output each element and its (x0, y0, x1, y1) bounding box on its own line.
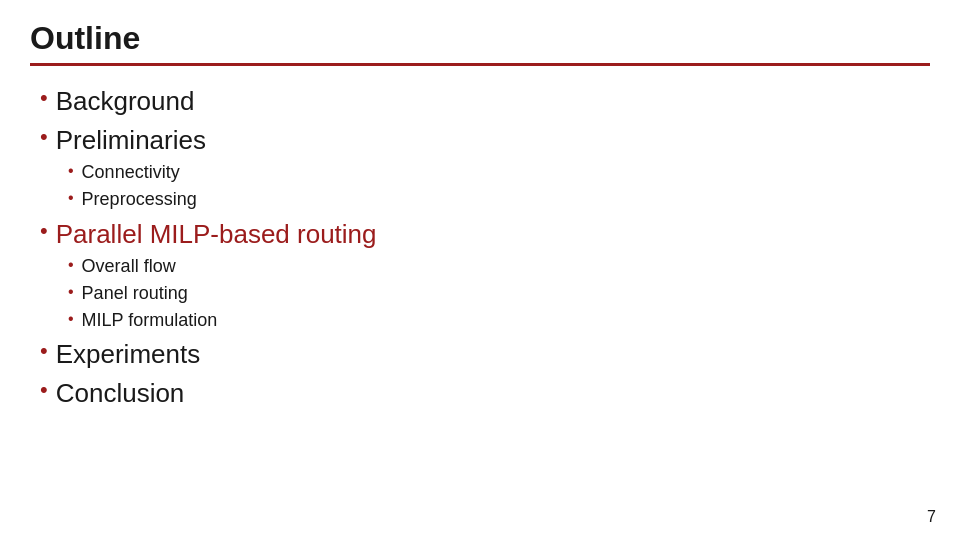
content-area: • Background • Preliminaries • Connectiv… (30, 84, 930, 411)
sub-items: • Connectivity • Preprocessing (40, 160, 930, 212)
bullet-icon: • (40, 123, 48, 152)
bullet-icon: • (40, 337, 48, 366)
item-label: Conclusion (56, 376, 185, 411)
item-label: Experiments (56, 337, 201, 372)
title-divider (30, 63, 930, 66)
list-item: • Preliminaries • Connectivity • Preproc… (40, 123, 930, 212)
slide: Outline • Background • Preliminaries • C… (0, 0, 960, 540)
list-item: • Background (40, 84, 930, 119)
list-item: • Parallel MILP-based routing • Overall … (40, 217, 930, 334)
page-number: 7 (927, 508, 936, 526)
item-label: Background (56, 84, 195, 119)
list-item: • Preprocessing (68, 187, 930, 212)
bullet-row: • Parallel MILP-based routing (40, 217, 930, 252)
list-item: • Panel routing (68, 281, 930, 306)
sub-item-label: Connectivity (82, 160, 180, 185)
bullet-icon: • (40, 217, 48, 246)
bullet-row: • Preliminaries (40, 123, 930, 158)
sub-item-label: MILP formulation (82, 308, 218, 333)
sub-bullet-icon: • (68, 308, 74, 330)
sub-bullet-icon: • (68, 187, 74, 209)
sub-item-label: Overall flow (82, 254, 176, 279)
sub-bullet-icon: • (68, 254, 74, 276)
sub-item-label: Preprocessing (82, 187, 197, 212)
bullet-icon: • (40, 84, 48, 113)
slide-title: Outline (30, 20, 930, 57)
item-label: Preliminaries (56, 123, 206, 158)
sub-bullet-icon: • (68, 160, 74, 182)
list-item: • Conclusion (40, 376, 930, 411)
list-item: • MILP formulation (68, 308, 930, 333)
list-item: • Overall flow (68, 254, 930, 279)
sub-bullet-icon: • (68, 281, 74, 303)
item-label: Parallel MILP-based routing (56, 217, 377, 252)
title-section: Outline (30, 20, 930, 78)
list-item: • Connectivity (68, 160, 930, 185)
list-item: • Experiments (40, 337, 930, 372)
sub-items: • Overall flow • Panel routing • MILP fo… (40, 254, 930, 334)
sub-item-label: Panel routing (82, 281, 188, 306)
bullet-icon: • (40, 376, 48, 405)
